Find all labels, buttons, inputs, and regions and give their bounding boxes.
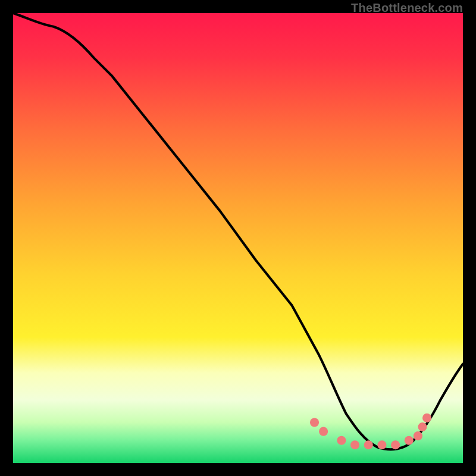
plot-area	[13, 13, 463, 463]
heat-gradient	[13, 13, 463, 463]
watermark-text: TheBottleneck.com	[351, 1, 463, 15]
chart-frame: TheBottleneck.com	[0, 0, 476, 476]
svg-rect-0	[13, 13, 463, 463]
